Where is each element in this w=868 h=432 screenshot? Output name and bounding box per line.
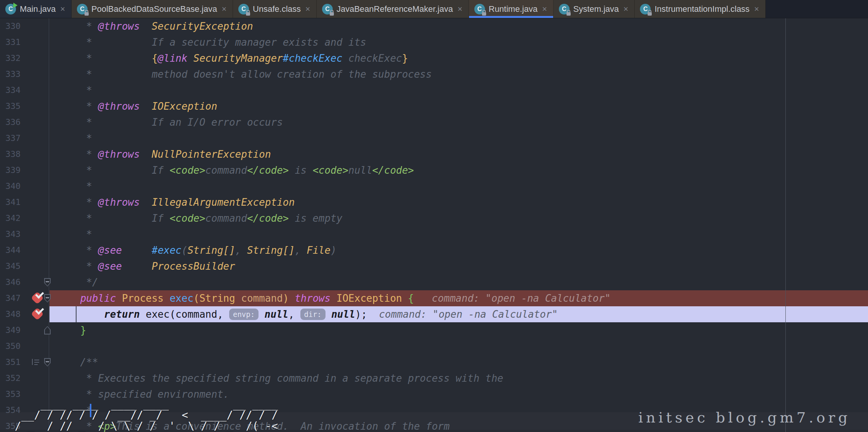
code-editor[interactable]: 330 * @throws SecurityException331 * If … bbox=[0, 18, 868, 432]
code-text[interactable]: */ bbox=[56, 274, 98, 290]
token: return bbox=[104, 309, 140, 320]
close-tab-icon[interactable]: × bbox=[542, 4, 547, 14]
line-band bbox=[49, 130, 868, 146]
token: } bbox=[402, 53, 408, 64]
code-text[interactable]: * {@link SecurityManager#checkExec check… bbox=[56, 50, 408, 66]
breakpoint-verified-icon[interactable] bbox=[33, 293, 42, 302]
token: */ bbox=[56, 277, 98, 288]
text-caret bbox=[90, 404, 91, 417]
code-line-331[interactable]: 331 * If a security manager exists and i… bbox=[0, 34, 868, 50]
line-number[interactable]: 346 bbox=[0, 274, 21, 290]
code-text[interactable]: * @throws IllegalArgumentException bbox=[56, 194, 295, 210]
line-number[interactable]: 341 bbox=[0, 194, 21, 210]
code-text[interactable]: } bbox=[56, 322, 86, 338]
code-line-348[interactable]: 348 return exec(command, envp: null, dir… bbox=[0, 306, 868, 322]
close-tab-icon[interactable]: × bbox=[624, 4, 629, 14]
tab-unsafe-class[interactable]: CUnsafe.class× bbox=[233, 0, 317, 18]
code-text[interactable]: public Process exec(String command) thro… bbox=[56, 290, 611, 306]
code-text[interactable]: * @throws SecurityException bbox=[56, 18, 253, 34]
line-number[interactable]: 347 bbox=[0, 290, 21, 306]
line-number[interactable]: 345 bbox=[0, 258, 21, 274]
code-text[interactable]: * @see #exec(String[], String[], File) bbox=[56, 242, 337, 258]
line-number[interactable]: 351 bbox=[0, 354, 21, 370]
line-number[interactable]: 334 bbox=[0, 82, 21, 98]
java-class-locked-icon: C bbox=[559, 4, 570, 14]
line-number[interactable]: 336 bbox=[0, 114, 21, 130]
code-text[interactable]: * If <code>command</code> is empty bbox=[56, 210, 342, 226]
close-tab-icon[interactable]: × bbox=[60, 4, 65, 14]
code-line-350[interactable]: 350 bbox=[0, 338, 868, 354]
code-text[interactable]: * If a security manager exists and its bbox=[56, 34, 366, 50]
code-text[interactable]: return exec(command, envp: null, dir: nu… bbox=[56, 306, 558, 322]
close-tab-icon[interactable]: × bbox=[458, 4, 463, 14]
code-line-352[interactable]: 352 * Executes the specified string comm… bbox=[0, 370, 868, 386]
code-line-335[interactable]: 335 * @throws IOException bbox=[0, 98, 868, 114]
line-number[interactable]: 332 bbox=[0, 50, 21, 66]
line-number[interactable]: 330 bbox=[0, 18, 21, 34]
code-line-347[interactable]: 347 public Process exec(String command) … bbox=[0, 290, 868, 306]
code-line-349[interactable]: 349 } bbox=[0, 322, 868, 338]
tab-poolbackeddatasourcebase-java[interactable]: CPoolBackedDataSourceBase.java× bbox=[72, 0, 233, 18]
tab-javabeanreferencemaker-java[interactable]: CJavaBeanReferenceMaker.java× bbox=[317, 0, 469, 18]
code-text[interactable]: * bbox=[56, 178, 92, 194]
tab-label: PoolBackedDataSourceBase.java bbox=[91, 4, 217, 14]
line-number[interactable]: 352 bbox=[0, 370, 21, 386]
code-text[interactable]: * method doesn't allow creation of the s… bbox=[56, 66, 432, 82]
line-number[interactable]: 349 bbox=[0, 322, 21, 338]
line-number[interactable]: 333 bbox=[0, 66, 21, 82]
token: /** bbox=[56, 357, 98, 368]
code-text[interactable]: * If an I/O error occurs bbox=[56, 114, 283, 130]
code-text[interactable]: * @throws IOException bbox=[56, 98, 217, 114]
token: * bbox=[56, 101, 98, 112]
code-line-333[interactable]: 333 * method doesn't allow creation of t… bbox=[0, 66, 868, 82]
code-line-338[interactable]: 338 * @throws NullPointerException bbox=[0, 146, 868, 162]
code-text[interactable]: * If <code>command</code> is <code>null<… bbox=[56, 162, 414, 178]
code-line-342[interactable]: 342 * If <code>command</code> is empty bbox=[0, 210, 868, 226]
token: * method doesn't allow creation of the s… bbox=[56, 69, 432, 80]
code-line-341[interactable]: 341 * @throws IllegalArgumentException bbox=[0, 194, 868, 210]
tab-system-java[interactable]: CSystem.java× bbox=[554, 0, 635, 18]
close-tab-icon[interactable]: × bbox=[305, 4, 310, 14]
code-line-337[interactable]: 337 * bbox=[0, 130, 868, 146]
code-text[interactable]: * @throws NullPointerException bbox=[56, 146, 271, 162]
code-line-339[interactable]: 339 * If <code>command</code> is <code>n… bbox=[0, 162, 868, 178]
code-text[interactable]: /** bbox=[56, 354, 98, 370]
code-line-343[interactable]: 343 * bbox=[0, 226, 868, 242]
token: </code> bbox=[247, 165, 289, 176]
code-line-346[interactable]: 346 */ bbox=[0, 274, 868, 290]
gutter-fold-line bbox=[49, 18, 49, 432]
gutter-lines-icon[interactable] bbox=[32, 359, 40, 366]
parameter-name-hint: dir: bbox=[300, 309, 326, 320]
tab-runtime-java[interactable]: CRuntime.java× bbox=[469, 0, 554, 18]
code-text[interactable]: * @see ProcessBuilder bbox=[56, 258, 235, 274]
line-number[interactable]: 335 bbox=[0, 98, 21, 114]
code-line-336[interactable]: 336 * If an I/O error occurs bbox=[0, 114, 868, 130]
code-line-330[interactable]: 330 * @throws SecurityException bbox=[0, 18, 868, 34]
code-line-340[interactable]: 340 * bbox=[0, 178, 868, 194]
line-number[interactable]: 342 bbox=[0, 210, 21, 226]
tab-main-java[interactable]: CMain.java× bbox=[0, 0, 72, 18]
line-number[interactable]: 337 bbox=[0, 130, 21, 146]
line-number[interactable]: 340 bbox=[0, 178, 21, 194]
code-text[interactable]: * bbox=[56, 226, 92, 242]
line-number[interactable]: 338 bbox=[0, 146, 21, 162]
line-number[interactable]: 343 bbox=[0, 226, 21, 242]
code-line-332[interactable]: 332 * {@link SecurityManager#checkExec c… bbox=[0, 50, 868, 66]
close-tab-icon[interactable]: × bbox=[754, 4, 759, 14]
code-text[interactable]: * bbox=[56, 82, 92, 98]
close-tab-icon[interactable]: × bbox=[222, 4, 227, 14]
line-number[interactable]: 350 bbox=[0, 338, 21, 354]
code-line-351[interactable]: 351 /** bbox=[0, 354, 868, 370]
tab-instrumentationimpl-class[interactable]: CInstrumentationImpl.class× bbox=[635, 0, 765, 18]
code-text[interactable]: * bbox=[56, 130, 92, 146]
line-number[interactable]: 348 bbox=[0, 306, 21, 322]
code-text[interactable]: * Executes the specified string command … bbox=[56, 370, 503, 386]
line-number[interactable]: 331 bbox=[0, 34, 21, 50]
code-line-334[interactable]: 334 * bbox=[0, 82, 868, 98]
token: * bbox=[56, 245, 98, 256]
code-line-345[interactable]: 345 * @see ProcessBuilder bbox=[0, 258, 868, 274]
line-number[interactable]: 339 bbox=[0, 162, 21, 178]
breakpoint-verified-icon[interactable] bbox=[33, 309, 42, 318]
line-number[interactable]: 344 bbox=[0, 242, 21, 258]
code-line-344[interactable]: 344 * @see #exec(String[], String[], Fil… bbox=[0, 242, 868, 258]
